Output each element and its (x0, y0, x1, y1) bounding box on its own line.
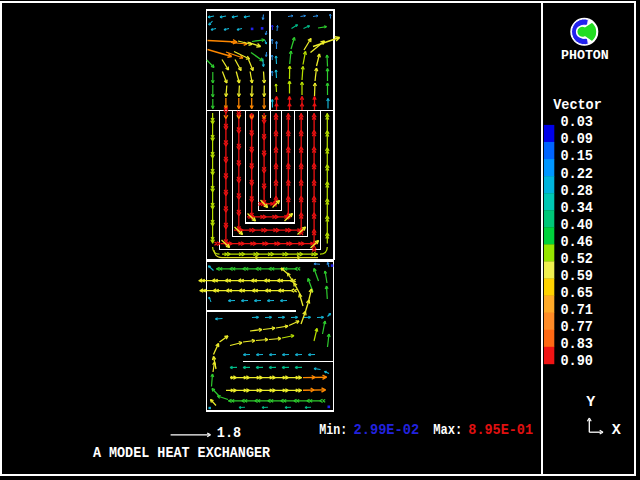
svg-text:PHOTON: PHOTON (561, 48, 609, 63)
svg-text:Y: Y (586, 394, 595, 411)
svg-text:0.09: 0.09 (560, 130, 593, 148)
svg-text:0.77: 0.77 (560, 318, 593, 336)
svg-text:A MODEL HEAT EXCHANGER: A MODEL HEAT EXCHANGER (93, 444, 271, 462)
svg-text:0.34: 0.34 (560, 199, 593, 217)
svg-text:8.95E-01: 8.95E-01 (468, 421, 533, 439)
svg-text:0.59: 0.59 (560, 267, 593, 285)
svg-text:0.40: 0.40 (560, 216, 593, 234)
svg-text:0.65: 0.65 (560, 284, 593, 302)
svg-text:0.28: 0.28 (560, 182, 593, 200)
svg-text:2.99E-02: 2.99E-02 (354, 421, 420, 439)
svg-text:Max:: Max: (433, 421, 462, 439)
svg-text:0.52: 0.52 (560, 250, 593, 268)
svg-text:0.71: 0.71 (560, 301, 593, 319)
svg-text:0.90: 0.90 (560, 352, 593, 370)
svg-text:1.8: 1.8 (217, 424, 241, 442)
svg-text:0.46: 0.46 (560, 233, 593, 251)
svg-text:0.83: 0.83 (560, 335, 593, 353)
svg-text:0.22: 0.22 (560, 165, 593, 183)
svg-text:X: X (612, 422, 621, 439)
svg-text:0.03: 0.03 (560, 113, 593, 131)
svg-text:Min:: Min: (319, 421, 347, 439)
svg-text:0.15: 0.15 (560, 147, 593, 165)
svg-text:Vector: Vector (553, 97, 602, 113)
